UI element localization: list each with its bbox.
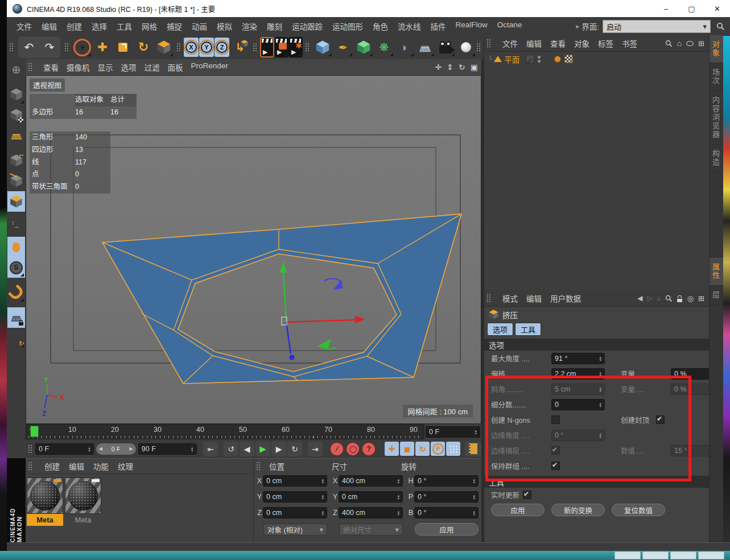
toolbar-grip[interactable] [9,43,14,52]
menu-item-4[interactable]: 工具 [117,20,132,32]
viewport-grip[interactable] [28,63,33,72]
rotation-handles[interactable] [317,278,343,349]
menu-item-0[interactable]: 文件 [17,20,32,32]
add-generator-button[interactable] [353,37,374,57]
section-tool[interactable]: 工具 [484,476,709,488]
play-button[interactable]: ▶ [255,442,270,456]
am-menu-item-0[interactable]: 模式 [502,293,518,304]
om-menu-item-0[interactable]: 文件 [502,38,518,49]
edges-mode-button[interactable] [7,171,25,191]
realtime-update-checkbox[interactable] [523,491,531,499]
material-item[interactable]: Meta [27,477,63,526]
toolbar-grip[interactable] [64,43,69,52]
move-button[interactable]: ✚ [92,37,113,57]
section-options[interactable]: 选项 [484,339,709,351]
polygon-object[interactable] [102,214,461,384]
am-menu-item-2[interactable]: 用户数据 [550,293,581,304]
end-frame-field[interactable]: 90 F [138,443,197,455]
texture-mode-button[interactable] [7,105,25,125]
material-name[interactable]: Meta [65,514,101,526]
autokey-button[interactable]: ◯ [346,442,360,456]
close-button[interactable]: ✕ [704,0,730,17]
maximize-view-icon[interactable]: ▣ [471,63,478,72]
apply-button[interactable]: 应用 [491,504,545,516]
menu-item-12[interactable]: 运动图形 [332,20,363,32]
search-icon[interactable] [665,295,673,302]
om-menu-item-5[interactable]: 书签 [622,38,637,49]
toolbar-grip[interactable] [253,43,258,52]
spinner-icon[interactable] [597,356,601,361]
add-deformer-button[interactable]: ◗ [394,37,415,57]
menu-item-11[interactable]: 运动跟踪 [292,20,323,32]
spinner-icon[interactable] [189,446,193,452]
texture-tag-icon[interactable] [564,55,573,63]
tab-content-browser[interactable]: 内容浏览器 [710,91,723,145]
phong-tag-icon[interactable] [554,56,561,63]
model-mode-button[interactable] [7,84,25,105]
zoom-view-icon[interactable]: ⇕ [447,63,453,72]
pan-view-icon[interactable]: ✛ [435,63,442,72]
key-scale-button[interactable]: ◼ [400,442,414,456]
enable-axis-button[interactable]: ↑→ [7,216,25,237]
object-manager-grip[interactable] [486,39,492,48]
material-menu-item-1[interactable]: 编辑 [69,460,84,472]
create-ngons-checkbox[interactable] [551,415,560,424]
size-z-field[interactable]: 400 cm [339,507,403,518]
lock-x-axis-button[interactable]: X [184,38,199,57]
slider-left-icon[interactable]: ◀ [99,446,102,451]
current-frame-field[interactable]: 0 F [426,426,480,438]
add-mograph-button[interactable]: ❋ [374,37,394,57]
view-name-label[interactable]: 透视视图 [30,79,65,92]
spinner-icon[interactable] [597,402,601,407]
menu-item-16[interactable]: RealFlow [456,20,488,32]
visibility-dots[interactable] [538,55,541,63]
maximize-button[interactable]: ▢ [679,0,704,17]
target-icon[interactable]: ◎ [687,294,694,303]
viewport-menu-item-2[interactable]: 显示 [98,61,113,73]
last-tool-button[interactable] [154,37,174,57]
search-icon[interactable] [713,19,728,34]
toolbar-grip[interactable] [476,43,481,52]
render-to-picture-viewer-button[interactable]: ▶ [274,37,288,57]
add-environment-button[interactable]: ▦ [415,37,435,57]
spinner-icon[interactable] [597,371,601,377]
windows-taskbar[interactable] [0,551,730,560]
material-menu-item-3[interactable]: 纹理 [118,460,133,472]
scale-button[interactable] [113,37,133,57]
tab-objects[interactable]: 对象 [710,35,723,63]
rotate-button[interactable]: ↻ [133,37,154,57]
coordinates-grip[interactable] [256,462,261,471]
enable-toggle-icon[interactable] [526,55,534,63]
frame-slider[interactable]: ◀ 0 F ▶ [96,443,136,455]
previous-frame-button[interactable]: ◀ [240,442,254,456]
make-editable-button[interactable]: ⊕ [7,59,25,80]
next-key-button[interactable]: ↻ [287,442,302,456]
next-frame-button[interactable]: ▶ [271,442,286,456]
chevron-right-icon[interactable]: ▸ [576,22,579,30]
viewport-menu-item-1[interactable]: 摄像机 [67,61,90,73]
lock-icon[interactable] [677,295,683,302]
om-menu-item-3[interactable]: 对象 [574,38,589,49]
om-menu-item-2[interactable]: 查看 [550,38,566,49]
live-selection-button[interactable]: ➤ [72,37,92,57]
object-name[interactable]: 平面 [505,53,520,65]
offset-field[interactable]: 2.2 cm [551,368,605,380]
viewport-menu-item-0[interactable]: 查看 [43,61,59,73]
menu-item-9[interactable]: 渲染 [242,20,257,32]
render-settings-button[interactable]: ▶✱ [288,37,303,57]
goto-end-button[interactable]: ⇥ [308,442,323,456]
points-mode-button[interactable]: •• [7,150,25,171]
interface-dropdown[interactable]: 启动 [603,20,711,33]
position-x-field[interactable]: 0 cm [263,475,327,487]
start-frame-field[interactable]: 0 F [35,443,94,455]
create-caps-checkbox[interactable] [656,415,665,424]
history-back-icon[interactable]: ◀ [637,294,642,302]
parent-icon[interactable]: ▵ [657,294,661,302]
lock-z-axis-button[interactable]: Z [215,38,229,57]
key-parameter-button[interactable]: P [431,442,445,456]
timeline-playhead[interactable] [30,426,39,437]
size-y-field[interactable]: 0 cm [339,491,403,503]
add-camera-button[interactable] [435,37,456,57]
am-menu-item-1[interactable]: 编辑 [526,293,542,304]
add-icon[interactable]: ⊞ [698,294,704,303]
